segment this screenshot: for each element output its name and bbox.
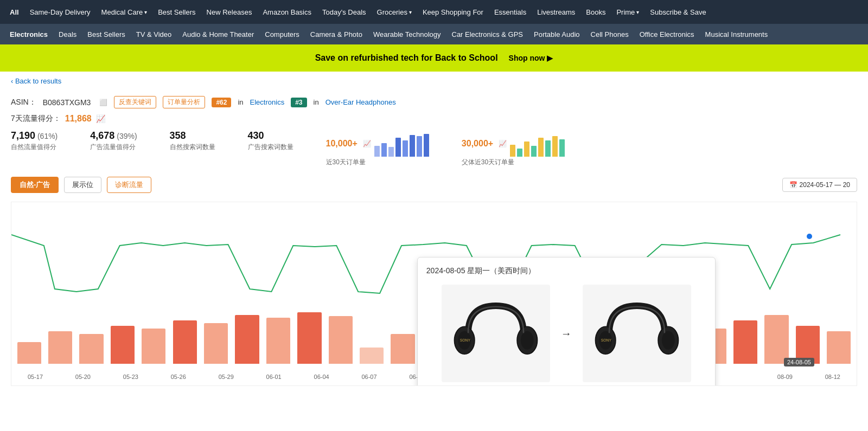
date-range-picker[interactable]: 📅 2024-05-17 — 20	[782, 178, 857, 192]
stat-5-main: 30,000+	[462, 139, 493, 149]
nav-all[interactable]: All	[4, 0, 24, 24]
selection-dot	[807, 234, 812, 239]
stat-3-label: 广告搜索词数量	[248, 143, 293, 152]
nav-prime[interactable]: Prime▾	[611, 0, 644, 24]
back-to-results-link[interactable]: ‹ Back to results	[0, 72, 868, 91]
nav-groceries[interactable]: Groceries▾	[372, 0, 417, 24]
mini-chart-parent	[510, 132, 565, 157]
x-label: 05-26	[171, 374, 186, 380]
svg-point-3	[521, 331, 534, 350]
sec-nav-portable[interactable]: Portable Audio	[528, 24, 585, 44]
rank2-number: #3	[291, 98, 307, 107]
sec-nav-electronics[interactable]: Electronics	[4, 24, 53, 44]
svg-point-8	[662, 331, 675, 350]
score-value: 11,868	[65, 114, 92, 124]
bar-group	[762, 315, 792, 364]
tooltip-date: 2024-08-05 星期一（美西时间）	[426, 266, 706, 276]
sec-nav-deals[interactable]: Deals	[53, 24, 82, 44]
x-label: 05-29	[219, 374, 234, 380]
secondary-navigation: Electronics Deals Best Sellers TV & Vide…	[0, 24, 868, 44]
stat-0-label: 自然流量值得分	[11, 143, 58, 152]
x-label: 06-01	[266, 374, 282, 380]
keyword-badge[interactable]: 反查关键词	[114, 96, 156, 108]
mini-chart-orders	[374, 132, 429, 157]
medical-caret: ▾	[144, 9, 147, 15]
sec-nav-tv[interactable]: TV & Video	[131, 24, 177, 44]
order-analysis-badge[interactable]: 订单量分析	[163, 96, 205, 108]
stat-1-main: 4,678	[90, 130, 114, 141]
bar-group	[295, 312, 324, 364]
tooltip-panel: 2024-08-05 星期一（美西时间）	[417, 257, 716, 386]
groceries-caret: ▾	[409, 9, 412, 15]
sec-nav-computers[interactable]: Computers	[259, 24, 305, 44]
banner-text: Save on refurbished tech for Back to Sch…	[315, 53, 498, 63]
bar-group	[170, 320, 200, 364]
nav-keep-shopping[interactable]: Keep Shopping For	[417, 0, 489, 24]
x-label: 08-09	[777, 374, 793, 380]
bar-group	[45, 331, 75, 364]
nav-best-sellers[interactable]: Best Sellers	[152, 0, 201, 24]
score-row: 7天流量得分： 11,868 📈	[11, 114, 857, 124]
stat-0-pct: (61%)	[35, 132, 58, 140]
display-position-button[interactable]: 展示位	[64, 177, 101, 193]
bar-group	[107, 326, 137, 364]
bar-group	[356, 348, 386, 364]
natural-ad-button[interactable]: 自然-广告	[11, 177, 59, 193]
rank1-in: in	[238, 98, 243, 106]
sec-nav-cell[interactable]: Cell Phones	[585, 24, 634, 44]
diagnose-traffic-button[interactable]: 诊断流量	[107, 177, 151, 193]
x-label: 05-17	[28, 374, 43, 380]
banner-shop-now[interactable]: Shop now ▶	[509, 54, 553, 62]
tooltip-arrow: →	[561, 327, 572, 340]
main-chart: 05-17 05-20 05-23 05-26 05-29 06-01 06-0…	[11, 202, 857, 386]
sec-nav-camera[interactable]: Camera & Photo	[305, 24, 368, 44]
bar-group	[388, 334, 418, 364]
sec-nav-musical[interactable]: Musical Instruments	[700, 24, 774, 44]
nav-todays-deals[interactable]: Today's Deals	[317, 0, 372, 24]
sec-nav-office[interactable]: Office Electronics	[634, 24, 700, 44]
x-label: 06-07	[361, 374, 376, 380]
tooltip-images: SONY → SONY	[426, 285, 706, 382]
trend-icon-5: 📈	[499, 140, 507, 147]
bar-group	[201, 323, 231, 364]
sec-nav-audio[interactable]: Audio & Home Theater	[177, 24, 259, 44]
headphone-before-image: SONY	[442, 285, 550, 382]
action-row: 自然-广告 展示位 诊断流量 📅 2024-05-17 — 20	[11, 177, 857, 193]
nav-new-releases[interactable]: New Releases	[201, 0, 258, 24]
main-content: ASIN： B0863TXGM3 ⬜ 反查关键词 订单量分析 #62 in El…	[0, 91, 868, 386]
sec-nav-wearable[interactable]: Wearable Technology	[368, 24, 446, 44]
nav-subscribe[interactable]: Subscribe & Save	[644, 0, 711, 24]
bar-group	[326, 316, 355, 364]
bar-group	[730, 320, 760, 364]
stat-ad-keywords: 430 广告搜索词数量	[248, 130, 293, 152]
stat-1-label: 广告流量值得分	[90, 143, 137, 152]
nav-books[interactable]: Books	[580, 0, 611, 24]
stat-5-label: 父体近30天订单量	[462, 158, 565, 167]
nav-medical[interactable]: Medical Care▾	[96, 0, 153, 24]
stat-1-pct: (39%)	[114, 132, 137, 140]
promo-banner[interactable]: Save on refurbished tech for Back to Sch…	[0, 44, 868, 72]
sec-nav-car[interactable]: Car Electronics & GPS	[446, 24, 529, 44]
bar-group	[824, 331, 854, 364]
x-label	[743, 374, 745, 380]
nav-amazon-basics[interactable]: Amazon Basics	[257, 0, 317, 24]
rank2-category[interactable]: Over-Ear Headphones	[326, 98, 396, 106]
stat-0-main: 7,190	[11, 130, 35, 141]
nav-livestreams[interactable]: Livestreams	[532, 0, 580, 24]
prime-caret: ▾	[636, 9, 639, 15]
stat-ad-traffic: 4,678 (39%) 广告流量值得分	[90, 130, 137, 152]
trend-icon-4: 📈	[363, 140, 371, 147]
x-label: 05-20	[75, 374, 91, 380]
top-navigation: All Same-Day Delivery Medical Care▾ Best…	[0, 0, 868, 24]
asin-label: ASIN：	[11, 98, 36, 107]
nav-essentials[interactable]: Essentials	[489, 0, 532, 24]
score-trend-icon: 📈	[96, 114, 105, 123]
x-label: 05-23	[123, 374, 138, 380]
bar-group	[139, 329, 169, 364]
stat-2-label: 自然搜索词数量	[170, 143, 215, 152]
nav-same-day[interactable]: Same-Day Delivery	[24, 0, 96, 24]
copy-icon[interactable]: ⬜	[99, 99, 107, 106]
stat-4-main: 10,000+	[326, 139, 358, 149]
rank1-category[interactable]: Electronics	[250, 98, 285, 106]
sec-nav-best-sellers[interactable]: Best Sellers	[82, 24, 130, 44]
